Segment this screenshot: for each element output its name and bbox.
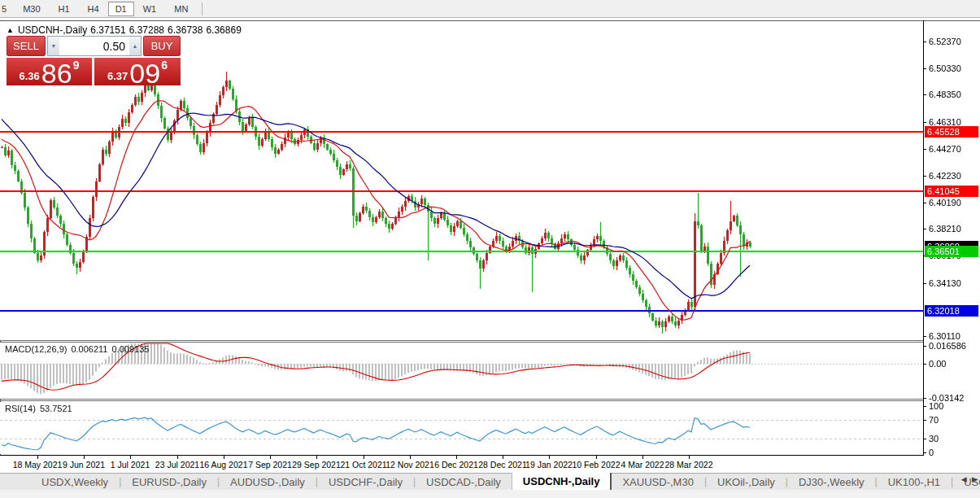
ask-price-big: 09 <box>129 61 160 85</box>
ohlc-open: 6.37151 <box>90 24 125 36</box>
date-tick <box>270 456 271 459</box>
toolbar-separator <box>202 2 203 15</box>
date-tick-label: 29 Sep 2021 <box>292 460 341 470</box>
ask-price-panel[interactable]: 6.37 09 6 <box>94 58 181 85</box>
tab-eurusd-daily[interactable]: EURUSD-,Daily <box>121 474 217 490</box>
price-tick <box>923 94 926 95</box>
price-tick-label: 6.50330 <box>929 63 961 73</box>
rsi-name: RSI(14) <box>5 404 36 413</box>
tab-xauusd-m30[interactable]: XAUUSD-,M30 <box>612 474 703 490</box>
pane-separator <box>0 342 924 343</box>
timeframe-h4[interactable]: H4 <box>79 2 108 16</box>
price-tick <box>923 122 926 123</box>
price-tick <box>923 283 926 284</box>
level-price-label: 6.36501 <box>925 246 978 257</box>
price-tick-label: 6.40190 <box>929 198 961 208</box>
bid-price-pip: 9 <box>73 59 80 72</box>
date-tick <box>456 456 457 459</box>
volume-decrease-button[interactable]: ▼ <box>48 37 59 55</box>
rsi-indicator-canvas[interactable] <box>0 402 924 454</box>
macd-axis-tick <box>923 346 926 347</box>
pane-separator <box>0 400 924 401</box>
timeframe-m30[interactable]: M30 <box>14 2 49 16</box>
symbol-tab-bar: USDX,Weekly|EURUSD-,Daily|AUDUSD-,Daily|… <box>0 473 980 490</box>
rsi-axis-label: 30 <box>929 434 939 443</box>
date-tick-label: 1 Jul 2021 <box>111 460 150 470</box>
price-tick-label: 6.30110 <box>929 331 960 341</box>
date-tick-label: 6 Dec 2021 <box>434 460 478 470</box>
price-axis: 6.523706.503306.483506.463106.442706.422… <box>923 20 980 456</box>
bid-price-panel[interactable]: 6.36 86 9 <box>7 58 92 85</box>
rsi-axis-label: 0 <box>929 448 934 457</box>
rsi-axis-tick <box>923 452 926 453</box>
tab-usdcnh-daily[interactable]: USDCNH-,Daily <box>512 473 612 490</box>
chart-ohlc-header: ▲USDCNH-,Daily6.371516.372886.367386.368… <box>7 24 245 36</box>
price-tick <box>923 229 926 229</box>
date-tick <box>410 456 411 459</box>
price-tick <box>923 42 926 42</box>
date-tick <box>316 456 317 459</box>
date-tick <box>503 456 503 459</box>
price-tick <box>923 203 926 203</box>
date-tick <box>642 456 643 459</box>
volume-box: ▼ ▲ <box>47 36 142 56</box>
macd-axis-label: 0.016586 <box>929 341 966 351</box>
timeframe-5[interactable]: 5 <box>0 2 14 16</box>
ohlc-close: 6.36869 <box>206 24 241 36</box>
price-tick <box>923 68 926 69</box>
rsi-axis-tick <box>923 406 926 407</box>
date-tick-label: 7 Sep 2021 <box>248 460 292 470</box>
date-tick <box>596 456 597 459</box>
date-tick <box>549 456 550 459</box>
macd-signal-value: 0.009135 <box>112 344 150 354</box>
tab-usdchf-daily[interactable]: USDCHF-,Daily <box>318 474 413 490</box>
date-tick-label: 12 Nov 2021 <box>385 460 434 470</box>
macd-indicator-label: MACD(12,26,9)0.0062110.009135 <box>5 344 153 354</box>
pane-separator[interactable] <box>0 399 924 400</box>
date-tick-label: 10 Feb 2022 <box>573 460 621 470</box>
ohlc-high: 6.37288 <box>129 24 164 36</box>
chart-window: 5M30H1H4D1W1MN ▲USDCNH-,Daily6.371516.37… <box>0 0 980 498</box>
tab-scroll-right-icon[interactable]: ▶ <box>972 475 978 483</box>
buy-button[interactable]: BUY <box>143 36 181 56</box>
price-tick-label: 6.48350 <box>929 90 961 99</box>
date-tick-label: 21 Oct 2021 <box>340 460 386 470</box>
timeframe-h1[interactable]: H1 <box>50 2 79 16</box>
volume-increase-button[interactable]: ▲ <box>129 37 141 55</box>
date-tick <box>689 456 690 459</box>
rsi-axis-label: 70 <box>929 415 939 425</box>
date-tick <box>130 456 131 459</box>
price-tick-label: 6.44270 <box>929 144 961 154</box>
date-axis: 18 May 20219 Jun 20211 Jul 202123 Jul 20… <box>0 456 924 472</box>
status-strip <box>0 490 980 498</box>
price-tick-label: 6.46310 <box>929 117 961 127</box>
level-price-label: 6.41045 <box>925 186 978 197</box>
tab-uk100-h1[interactable]: UK100-,H1 <box>878 474 951 490</box>
date-tick-label: 16 Aug 2021 <box>200 460 248 470</box>
timeframe-mn[interactable]: MN <box>165 2 197 16</box>
price-tick-label: 6.42230 <box>929 171 961 181</box>
tab-audusd-daily[interactable]: AUDUSD-,Daily <box>220 474 316 490</box>
tab-scroll-left-icon[interactable]: ◀ <box>961 475 967 483</box>
date-tick-label: 4 Mar 2022 <box>621 460 664 470</box>
volume-input[interactable] <box>59 37 129 55</box>
ask-price-pip: 6 <box>161 59 168 72</box>
pane-separator[interactable] <box>0 340 924 341</box>
sell-button[interactable]: SELL <box>7 36 46 56</box>
macd-value: 0.006211 <box>71 344 107 354</box>
timeframe-w1[interactable]: W1 <box>134 2 166 16</box>
tab-usdx-weekly[interactable]: USDX,Weekly <box>31 474 119 490</box>
level-price-label: 6.32018 <box>925 305 978 317</box>
bid-price-big: 86 <box>41 61 72 85</box>
price-tick <box>923 149 926 150</box>
price-tick-label: 6.52370 <box>929 37 961 46</box>
price-tick-label: 6.34130 <box>929 278 961 288</box>
tab-dj30-weekly[interactable]: DJ30-,Weekly <box>788 474 875 490</box>
rsi-axis-tick <box>923 420 926 421</box>
date-tick-label: 28 Mar 2022 <box>665 460 713 470</box>
rsi-value: 53.7521 <box>40 404 72 413</box>
tab-ukoil-daily[interactable]: UKOil-,Daily <box>707 474 786 490</box>
timeframe-d1[interactable]: D1 <box>108 2 134 16</box>
symbol-period-label: USDCNH-,Daily <box>18 24 87 36</box>
tab-usdcad-daily[interactable]: USDCAD-,Daily <box>416 474 512 490</box>
